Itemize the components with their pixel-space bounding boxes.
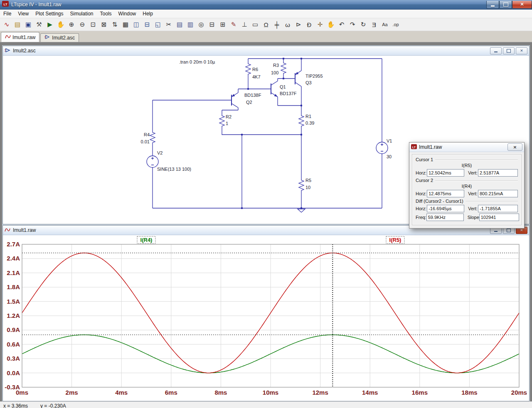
resistor-R5[interactable] bbox=[299, 177, 304, 194]
capacitor-icon[interactable]: ╪ bbox=[271, 19, 282, 30]
x-tick-label[interactable]: 2ms bbox=[66, 389, 78, 396]
y-tick-label[interactable]: 0.6A bbox=[7, 341, 20, 348]
maximize-button[interactable] bbox=[499, 1, 512, 9]
resistor-R1[interactable] bbox=[299, 113, 304, 129]
label-R2-value[interactable]: 1 bbox=[226, 121, 228, 126]
label-V1-name[interactable]: V1 bbox=[387, 138, 392, 143]
y-tick-label[interactable]: 0.0A bbox=[7, 369, 20, 376]
freq-input[interactable] bbox=[426, 214, 464, 221]
x-tick-label[interactable]: 12ms bbox=[312, 389, 328, 396]
label-Q2-value[interactable]: BD138F bbox=[244, 93, 261, 98]
open-folder-icon[interactable]: ▤ bbox=[12, 19, 23, 30]
diff-horz-input[interactable] bbox=[427, 205, 464, 212]
label-R6-name[interactable]: R6 bbox=[252, 67, 258, 72]
copy-icon[interactable]: ▤ bbox=[174, 19, 185, 30]
label-R6-value[interactable]: 4K7 bbox=[252, 74, 261, 79]
resistor-icon[interactable]: Ω bbox=[261, 19, 271, 30]
y-tick-label[interactable]: 1.8A bbox=[7, 283, 20, 290]
tab-imult1raw[interactable]: Imult1.raw bbox=[1, 32, 39, 42]
rotate-icon[interactable]: ↻ bbox=[358, 19, 369, 30]
print-icon[interactable]: ⊟ bbox=[207, 19, 217, 30]
schematic-close-button[interactable]: ✕ bbox=[516, 47, 527, 54]
label-R2-name[interactable]: R2 bbox=[226, 114, 232, 119]
waveform-plot[interactable]: 2.7A2.4A2.1A1.8A1.5A1.2A0.9A0.6A0.3A0.0A… bbox=[3, 235, 528, 401]
legend-I(R5)[interactable]: I(R5) bbox=[389, 237, 401, 243]
run-icon[interactable]: ▶ bbox=[44, 19, 55, 30]
label-R4-value[interactable]: 0.01 bbox=[141, 139, 150, 144]
drag-icon[interactable]: ✋ bbox=[325, 19, 336, 30]
autorange-icon[interactable]: ⇅ bbox=[109, 19, 120, 30]
ground-icon[interactable]: ⊥ bbox=[239, 19, 250, 30]
zoom-fit-icon[interactable]: ⊠ bbox=[99, 19, 109, 30]
cursor1-horz-input[interactable] bbox=[427, 169, 464, 177]
find-icon[interactable]: ◎ bbox=[196, 19, 207, 30]
label-R3-value[interactable]: 100 bbox=[271, 70, 278, 75]
inductor-icon[interactable]: ω bbox=[282, 19, 293, 30]
label-R5-name[interactable]: R5 bbox=[305, 178, 311, 183]
schematic-maximize-button[interactable] bbox=[503, 47, 515, 54]
tile-vertical-icon[interactable]: ◫ bbox=[131, 19, 142, 30]
label-R3-name[interactable]: R3 bbox=[273, 63, 279, 68]
label-R1-name[interactable]: R1 bbox=[305, 114, 311, 119]
grid-icon[interactable]: ▦ bbox=[120, 19, 131, 30]
text-icon[interactable]: Aa bbox=[379, 19, 390, 30]
print-preview-icon[interactable]: ⊞ bbox=[217, 19, 228, 30]
cursor-dialog-close-button[interactable]: ✕ bbox=[507, 143, 522, 151]
label-Q1-name[interactable]: Q1 bbox=[280, 84, 286, 89]
control-panel-icon[interactable]: ⚒ bbox=[34, 19, 44, 30]
x-tick-label[interactable]: 6ms bbox=[165, 389, 177, 396]
diode-icon[interactable]: ⊳ bbox=[293, 19, 304, 30]
zoom-area-icon[interactable]: ⊡ bbox=[88, 19, 99, 30]
resistor-R2[interactable] bbox=[219, 113, 224, 129]
menu-plot-settings[interactable]: Plot Settings bbox=[32, 10, 66, 17]
label-R5-value[interactable]: 10 bbox=[305, 185, 310, 190]
slope-input[interactable] bbox=[479, 214, 519, 221]
diff-vert-input[interactable] bbox=[478, 205, 518, 212]
label-R1-value[interactable]: 0.39 bbox=[305, 120, 314, 125]
x-tick-label[interactable]: 10ms bbox=[263, 389, 278, 396]
halt-icon[interactable]: ✋ bbox=[55, 19, 66, 30]
label-V1-value[interactable]: 30 bbox=[387, 154, 392, 159]
tab-imult2asc[interactable]: Imult2.asc bbox=[40, 33, 79, 42]
undo-icon[interactable]: ↶ bbox=[336, 19, 347, 30]
wire-icon[interactable]: ✎ bbox=[228, 19, 239, 30]
cut-icon[interactable]: ✂ bbox=[163, 19, 174, 30]
x-tick-label[interactable]: 16ms bbox=[412, 389, 428, 396]
x-tick-label[interactable]: 20ms bbox=[511, 389, 527, 396]
label-Q2-name[interactable]: Q2 bbox=[246, 100, 252, 105]
mirror-icon[interactable]: Ǝ bbox=[369, 19, 379, 30]
close-button[interactable]: ✕ bbox=[512, 1, 532, 9]
label-Q3-value[interactable]: TIP2955 bbox=[305, 74, 323, 79]
x-tick-label[interactable]: 18ms bbox=[461, 389, 477, 396]
paste-icon[interactable]: ▥ bbox=[185, 19, 196, 30]
net-label-icon[interactable]: ▭ bbox=[250, 19, 261, 30]
label-Q1-value[interactable]: BD137F bbox=[280, 91, 297, 96]
y-tick-label[interactable]: 1.2A bbox=[7, 312, 20, 319]
x-tick-label[interactable]: 8ms bbox=[214, 389, 227, 396]
cursor1-vert-input[interactable] bbox=[478, 169, 518, 177]
menu-help[interactable]: Help bbox=[139, 10, 156, 17]
zoom-out-icon[interactable]: ⊖ bbox=[77, 19, 88, 30]
zoom-in-icon[interactable]: ⊕ bbox=[66, 19, 77, 30]
menu-view[interactable]: View bbox=[15, 10, 32, 17]
menu-file[interactable]: File bbox=[0, 10, 15, 17]
x-tick-label[interactable]: 4ms bbox=[115, 389, 128, 396]
legend-I(R4)[interactable]: I(R4) bbox=[140, 237, 153, 243]
move-icon[interactable]: ✛ bbox=[315, 19, 325, 30]
cursor2-vert-input[interactable] bbox=[478, 190, 518, 197]
resistor-R6[interactable] bbox=[246, 61, 251, 77]
label-V2-name[interactable]: V2 bbox=[157, 150, 163, 155]
spice-directive-text[interactable]: .tran 0 20m 0 10µ bbox=[179, 59, 215, 64]
cursor2-horz-input[interactable] bbox=[427, 190, 464, 197]
menu-window[interactable]: Window bbox=[115, 10, 140, 17]
x-tick-label[interactable]: 0ms bbox=[16, 389, 28, 396]
y-tick-label[interactable]: 2.4A bbox=[7, 255, 20, 262]
new-waveform-icon[interactable]: ∿ bbox=[1, 19, 12, 30]
label-R4-name[interactable]: R4 bbox=[144, 132, 150, 137]
x-tick-label[interactable]: 14ms bbox=[362, 389, 378, 396]
resistor-R3[interactable] bbox=[281, 60, 286, 76]
y-tick-label[interactable]: 0.3A bbox=[7, 355, 20, 362]
cascade-icon[interactable]: ◱ bbox=[153, 19, 163, 30]
resistor-R4[interactable] bbox=[150, 129, 155, 146]
minimize-button[interactable] bbox=[486, 1, 499, 9]
